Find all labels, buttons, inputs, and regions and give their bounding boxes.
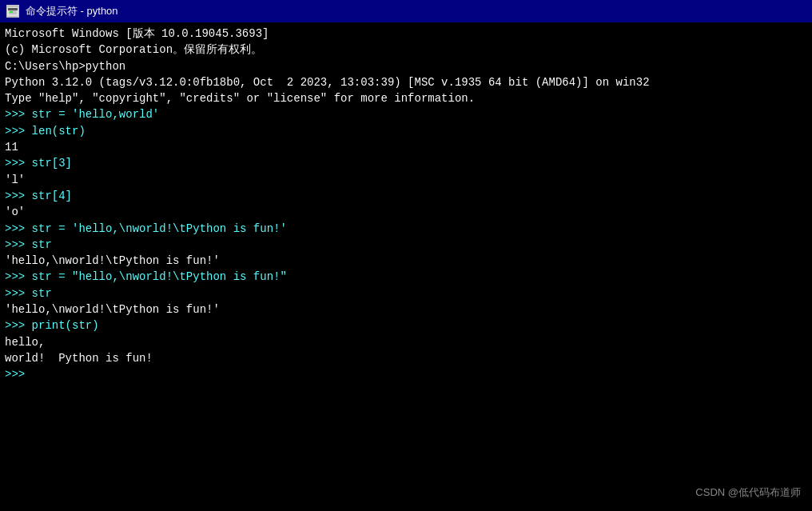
terminal-line: C:\Users\hp>python (5, 58, 807, 74)
terminal-line: 'o' (5, 204, 807, 220)
terminal-line: >>> str (5, 237, 807, 253)
terminal-line: Microsoft Windows [版本 10.0.19045.3693] (5, 26, 807, 42)
terminal-line: Python 3.12.0 (tags/v3.12.0:0fb18b0, Oct… (5, 74, 807, 90)
terminal-line: >>> str[4] (5, 188, 807, 204)
terminal-line: >>> len(str) (5, 123, 807, 139)
terminal-line: 11 (5, 139, 807, 155)
terminal-line: 'l' (5, 172, 807, 188)
terminal-line: hello, (5, 334, 807, 350)
terminal-line: >>> str = 'hello,world' (5, 106, 807, 122)
terminal-line: >>> str[3] (5, 155, 807, 171)
terminal-line: 'hello,\nworld!\tPython is fun!' (5, 301, 807, 317)
terminal-line: 'hello,\nworld!\tPython is fun!' (5, 253, 807, 269)
terminal-line: world! Python is fun! (5, 350, 807, 366)
watermark: CSDN @低代码布道师 (695, 485, 801, 500)
terminal-body[interactable]: Microsoft Windows [版本 10.0.19045.3693](c… (0, 22, 812, 511)
terminal-line: >>> str = 'hello,\nworld!\tPython is fun… (5, 221, 807, 237)
terminal-line: (c) Microsoft Corporation。保留所有权利。 (5, 42, 807, 58)
terminal-line: >>> (5, 366, 807, 382)
terminal-line: >>> str = "hello,\nworld!\tPython is fun… (5, 269, 807, 285)
terminal-line: >>> str (5, 285, 807, 301)
terminal-line: Type "help", "copyright", "credits" or "… (5, 90, 807, 106)
title-bar-icon (6, 5, 19, 18)
terminal-line: >>> print(str) (5, 317, 807, 333)
svg-rect-1 (8, 8, 18, 10)
title-bar-text: 命令提示符 - python (26, 4, 118, 18)
title-bar: 命令提示符 - python (0, 0, 812, 22)
